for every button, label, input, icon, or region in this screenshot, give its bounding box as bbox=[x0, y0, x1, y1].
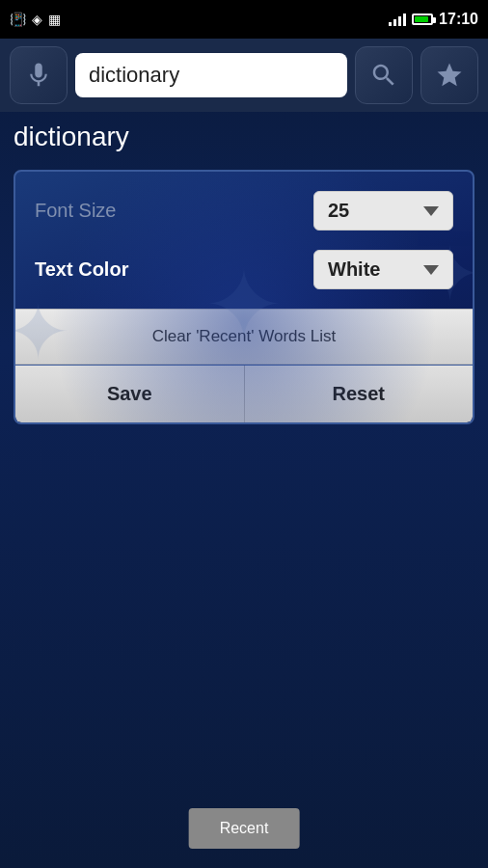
text-color-label: Text Color bbox=[35, 258, 128, 281]
font-size-dropdown[interactable]: 25 bbox=[313, 191, 453, 231]
phone-icon: 📳 bbox=[10, 12, 26, 27]
search-button[interactable] bbox=[355, 46, 413, 104]
page-title: dictionary bbox=[0, 112, 488, 160]
favorites-button[interactable] bbox=[420, 46, 478, 104]
font-size-value: 25 bbox=[328, 200, 349, 222]
font-size-label: Font Size bbox=[35, 200, 116, 222]
settings-panel: ✦ ✦ ✦ Font Size 25 Text Color White Clea… bbox=[14, 170, 474, 424]
status-time: 17:10 bbox=[439, 11, 478, 28]
search-input[interactable] bbox=[89, 63, 334, 88]
microphone-button[interactable] bbox=[10, 46, 68, 104]
text-color-dropdown[interactable]: White bbox=[313, 250, 453, 289]
text-color-value: White bbox=[328, 258, 380, 281]
text-color-dropdown-arrow bbox=[423, 265, 439, 275]
status-right: 17:10 bbox=[389, 11, 478, 28]
dropbox-icon: ◈ bbox=[32, 12, 42, 27]
search-input-wrapper[interactable] bbox=[75, 53, 347, 97]
text-color-row: Text Color White bbox=[35, 250, 453, 289]
recent-tab[interactable]: Recent bbox=[189, 808, 300, 849]
font-size-row: Font Size 25 bbox=[35, 191, 453, 231]
font-size-dropdown-arrow bbox=[423, 206, 439, 216]
reset-button[interactable]: Reset bbox=[245, 366, 474, 422]
settings-content: Font Size 25 Text Color White bbox=[15, 172, 473, 289]
star-icon bbox=[435, 61, 464, 90]
action-buttons: Save Reset bbox=[15, 365, 473, 422]
battery-icon bbox=[412, 14, 433, 25]
status-bar: 📳 ◈ ▦ 17:10 bbox=[0, 0, 488, 39]
save-button[interactable]: Save bbox=[15, 366, 245, 422]
search-icon bbox=[369, 61, 398, 90]
microphone-icon bbox=[24, 61, 53, 90]
storage-icon: ▦ bbox=[48, 12, 61, 27]
signal-bars bbox=[389, 14, 406, 26]
status-icons-left: 📳 ◈ ▦ bbox=[10, 12, 61, 27]
search-bar bbox=[0, 39, 488, 112]
bottom-nav: Recent bbox=[189, 808, 300, 849]
clear-recent-button[interactable]: Clear 'Recent' Words List bbox=[15, 309, 473, 365]
